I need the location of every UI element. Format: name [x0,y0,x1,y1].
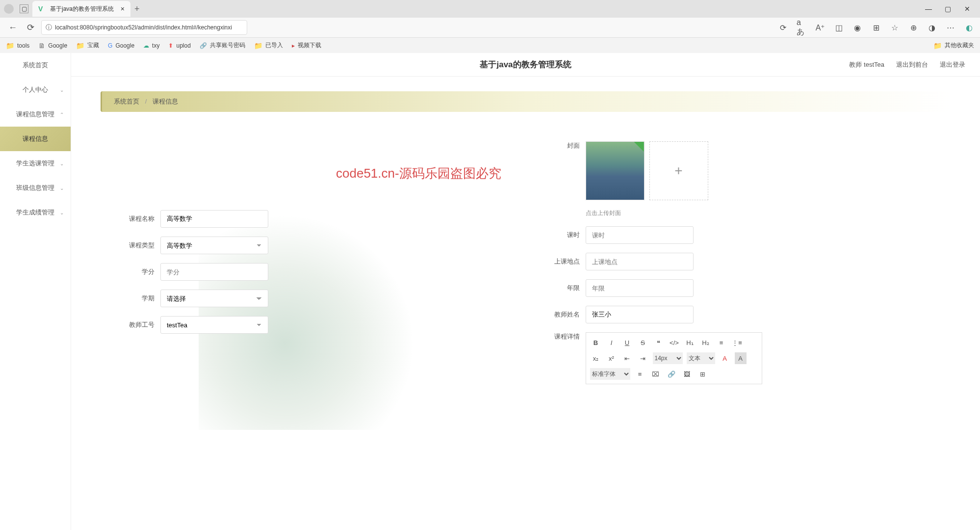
bookmark-google2[interactable]: GGoogle [108,42,134,49]
user-info[interactable]: 教师 testTea [849,60,884,69]
editor-indent-right-icon[interactable]: ⇥ [637,352,649,364]
editor-clear-icon[interactable]: ⌧ [650,368,662,380]
toolbar-icon-hub[interactable]: ⊕ [908,23,918,32]
address-bar[interactable]: ⓘ localhost:8080/springbootux52l/admin/d… [41,20,247,35]
tab-title: 基于java的教务管理系统 [50,5,114,13]
toolbar-icon-extension2[interactable]: ◑ [927,23,937,32]
editor-indent-left-icon[interactable]: ⇤ [621,352,633,364]
site-info-icon[interactable]: ⓘ [46,23,52,32]
semester-label: 学期 [120,294,155,303]
editor-ol-icon[interactable]: ≡ [716,337,727,348]
bookmark-share[interactable]: 🔗共享账号密码 [200,41,245,50]
editor-quote-icon[interactable]: ❝ [653,337,665,348]
editor-italic-icon[interactable]: I [606,337,618,348]
chevron-up-icon: ⌃ [60,112,64,117]
maximize-icon[interactable]: ▢ [945,5,953,13]
chevron-down-icon: ⌄ [60,210,64,215]
close-window-icon[interactable]: ✕ [964,5,972,13]
toolbar-icon-zoom[interactable]: A⁺ [815,23,825,32]
url-text: localhost:8080/springbootux52l/admin/dis… [55,24,232,31]
editor-h2-icon[interactable]: H₂ [700,337,712,348]
sidebar-item-course-info[interactable]: 课程信息 [0,127,71,151]
semester-select[interactable]: 请选择 [160,290,268,307]
teacher-id-label: 教师工号 [120,320,155,329]
sidebar-item-grades[interactable]: 学生成绩管理⌄ [0,200,71,225]
chevron-down-icon: ⌄ [60,161,64,166]
sidebar-item-home[interactable]: 系统首页 [0,53,71,78]
browser-tab[interactable]: V 基于java的教务管理系统 × [32,1,130,17]
teacher-name-input[interactable] [586,306,694,323]
editor-fontfamily-select[interactable]: 标准字体 [590,368,630,380]
editor-color-icon[interactable]: A [719,352,731,364]
form-area: 课程名称 课程类型 高等数学 学分 学期 请选择 [101,141,951,393]
bookmark-baozang[interactable]: 📁宝藏 [76,41,99,50]
toolbar-icon-1[interactable]: ⟳ [778,23,788,32]
grade-input[interactable] [586,279,694,297]
tab-overview-icon[interactable]: ▢ [20,4,28,13]
toolbar-icon-collections[interactable]: ⊞ [871,23,881,32]
bookmark-other[interactable]: 📁其他收藏夹 [933,41,974,50]
editor-fontsize-select[interactable]: 14px [653,352,683,364]
toolbar-icon-translate[interactable]: aあ [797,23,806,32]
detail-label: 课程详情 [545,332,580,341]
editor-bold-icon[interactable]: B [590,337,602,348]
editor-image-icon[interactable]: 🖼 [681,368,693,380]
toolbar-icon-copilot[interactable]: ◐ [964,23,974,32]
toolbar-icon-more[interactable]: ⋯ [946,23,955,32]
editor-ul-icon[interactable]: ⋮≡ [731,337,743,348]
editor-h1-icon[interactable]: H₁ [684,337,696,348]
editor-sub-icon[interactable]: x₂ [590,352,602,364]
editor-underline-icon[interactable]: U [621,337,633,348]
toolbar-icon-extension1[interactable]: ◉ [852,23,862,32]
editor-table-icon[interactable]: ⊞ [697,368,709,380]
breadcrumb-home[interactable]: 系统首页 [114,98,139,105]
bookmarks-bar: 📁tools 🗎Google 📁宝藏 GGoogle ☁txy ⬆uplod 🔗… [0,37,980,53]
location-input[interactable] [586,253,694,270]
sidebar-item-course-mgmt[interactable]: 课程信息管理⌃ [0,102,71,127]
cover-thumbnail[interactable] [586,141,645,200]
grade-label: 年限 [545,284,580,292]
sidebar: 系统首页 个人中心⌄ 课程信息管理⌃ 课程信息 学生选课管理⌄ 班级信息管理⌄ … [0,53,71,530]
upload-hint: 点击上传封面 [586,209,931,217]
minimize-icon[interactable]: — [925,5,933,13]
exit-front-link[interactable]: 退出到前台 [896,60,928,69]
credit-input[interactable] [160,263,268,281]
browser-chrome: ▢ V 基于java的教务管理系统 × + — ▢ ✕ ← ⟳ ⓘ localh… [0,0,980,53]
course-name-input[interactable] [160,210,268,228]
bookmark-imported[interactable]: 📁已导入 [254,41,283,50]
course-type-select[interactable]: 高等数学 [160,237,268,254]
rich-editor-toolbar: B I U S ❝ </> H₁ H₂ ≡ ⋮≡ x₂ x² ⇤ [586,332,762,384]
tab-close-icon[interactable]: × [121,5,125,13]
bookmark-video[interactable]: ▸视频下载 [292,41,321,50]
toolbar-icon-favorites[interactable]: ☆ [890,23,900,32]
editor-link-icon[interactable]: 🔗 [666,368,677,380]
content-area: 系统首页 / 课程信息 code51.cn-源码乐园盗图必究 课程名称 课程类型 [71,77,980,530]
refresh-button[interactable]: ⟳ [24,21,37,34]
bookmark-uplod[interactable]: ⬆uplod [168,42,190,49]
editor-strike-icon[interactable]: S [637,337,649,348]
editor-text-select[interactable]: 文本 [687,352,715,364]
logout-link[interactable]: 退出登录 [940,60,965,69]
app-header: 基于java的教务管理系统 教师 testTea 退出到前台 退出登录 [71,53,980,77]
app-title: 基于java的教务管理系统 [480,59,571,70]
editor-align-icon[interactable]: ≡ [634,368,646,380]
bookmark-tools[interactable]: 📁tools [6,42,29,50]
new-tab-button[interactable]: + [134,4,140,14]
teacher-id-select[interactable]: testTea [160,316,268,334]
upload-cover-button[interactable] [649,141,708,200]
toolbar-icon-reader[interactable]: ◫ [834,23,844,32]
browser-profile-avatar[interactable] [4,4,14,14]
back-button[interactable]: ← [6,21,20,34]
editor-code-icon[interactable]: </> [669,337,680,348]
sidebar-item-personal[interactable]: 个人中心⌄ [0,78,71,102]
hours-input[interactable] [586,226,694,244]
form-left-col: 课程名称 课程类型 高等数学 学分 学期 请选择 [120,141,506,393]
app-root: 系统首页 个人中心⌄ 课程信息管理⌃ 课程信息 学生选课管理⌄ 班级信息管理⌄ … [0,53,980,530]
sidebar-item-selection[interactable]: 学生选课管理⌄ [0,151,71,176]
editor-sup-icon[interactable]: x² [606,352,618,364]
bookmark-txy[interactable]: ☁txy [143,42,159,49]
main-content: 基于java的教务管理系统 教师 testTea 退出到前台 退出登录 系统首页… [71,53,980,530]
sidebar-item-class[interactable]: 班级信息管理⌄ [0,176,71,200]
bookmark-google[interactable]: 🗎Google [38,42,67,50]
editor-bgcolor-icon[interactable]: A [735,352,747,364]
